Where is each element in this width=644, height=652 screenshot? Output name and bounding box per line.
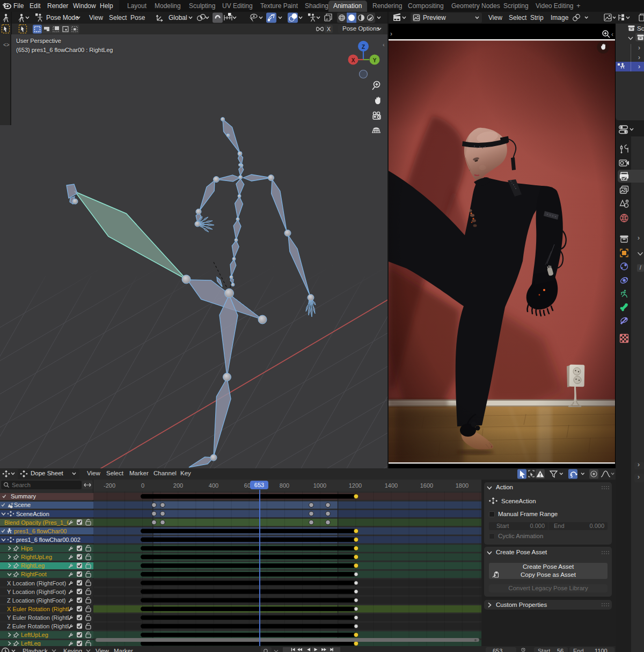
svg-text:‹: ‹ (611, 31, 613, 38)
svg-text:X: X (327, 26, 331, 32)
svg-text:Y: Y (373, 57, 377, 63)
svg-text:Z: Z (362, 44, 365, 50)
svg-text:›: › (390, 30, 392, 38)
svg-text:X: X (352, 57, 355, 63)
